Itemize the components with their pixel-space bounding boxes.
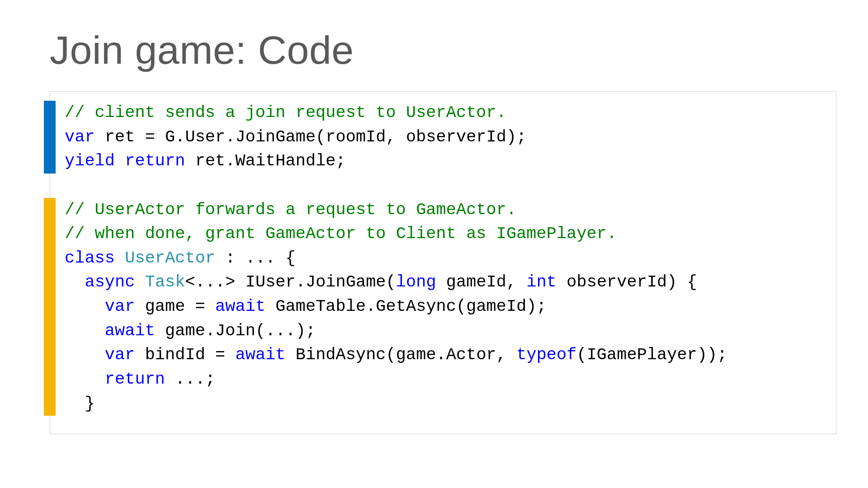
code-text: <...> IUser.JoinGame( — [185, 272, 396, 291]
code-text: (IGamePlayer)); — [576, 345, 727, 364]
code-blank-line — [50, 174, 822, 198]
code-block-client: // client sends a join request to UserAc… — [50, 101, 822, 174]
code-line: // when done, grant GameActor to Client … — [50, 222, 822, 246]
code-keyword: var — [65, 127, 95, 146]
code-indent — [65, 297, 105, 316]
code-comment: // UserActor forwards a request to GameA… — [65, 200, 516, 219]
code-keyword: async — [85, 272, 135, 291]
code-text: gameId, — [436, 272, 527, 291]
code-text: observerId) { — [557, 272, 697, 291]
code-keyword: await — [105, 321, 155, 340]
code-keyword: yield — [65, 151, 115, 170]
code-text: game = — [135, 297, 215, 316]
code-line: yield return ret.WaitHandle; — [50, 149, 822, 174]
code-keyword: await — [236, 345, 286, 364]
code-indent — [65, 272, 85, 291]
code-keyword: long — [396, 272, 436, 291]
code-comment: // client sends a join request to UserAc… — [65, 103, 506, 122]
code-line: var ret = G.User.JoinGame(roomId, observ… — [50, 125, 822, 150]
code-line: } — [50, 392, 822, 416]
code-line: class UserActor : ... { — [50, 246, 822, 271]
code-keyword: return — [125, 151, 185, 170]
slide: Join game: Code // client sends a join r… — [0, 0, 868, 488]
code-block-useractor: // UserActor forwards a request to GameA… — [50, 198, 822, 416]
code-line: await game.Join(...); — [50, 319, 822, 343]
code-keyword: var — [105, 297, 135, 316]
code-text: ...; — [165, 370, 215, 389]
code-indent — [65, 321, 105, 340]
code-type: Task — [145, 272, 185, 291]
code-keyword: await — [215, 297, 265, 316]
code-type: UserActor — [125, 249, 215, 267]
code-comment: // when done, grant GameActor to Client … — [65, 224, 617, 243]
code-text: game.Join(...); — [155, 321, 316, 340]
code-text: ret = G.User.JoinGame(roomId, observerId… — [95, 127, 527, 146]
code-text: BindAsync(game.Actor, — [286, 345, 517, 364]
code-text: } — [65, 394, 95, 413]
code-line: // UserActor forwards a request to GameA… — [50, 198, 822, 222]
code-indent — [65, 370, 105, 389]
code-line: // client sends a join request to UserAc… — [50, 101, 822, 125]
code-text: bindId = — [135, 345, 235, 364]
code-text: GameTable.GetAsync(gameId); — [265, 297, 547, 316]
code-text: ret.WaitHandle; — [185, 151, 345, 170]
code-indent — [65, 345, 105, 364]
code-line: async Task<...> IUser.JoinGame(long game… — [50, 270, 822, 295]
code-keyword: var — [105, 345, 135, 364]
code-keyword: typeof — [516, 345, 576, 364]
code-keyword: class — [65, 249, 115, 267]
code-keyword: return — [105, 370, 165, 389]
code-keyword: int — [526, 272, 557, 291]
code-line: var bindId = await BindAsync(game.Actor,… — [50, 343, 822, 367]
code-box: // client sends a join request to UserAc… — [50, 91, 836, 434]
slide-title: Join game: Code — [50, 27, 836, 73]
code-text: : ... { — [215, 249, 296, 267]
code-line: return ...; — [50, 367, 822, 392]
code-line: var game = await GameTable.GetAsync(game… — [50, 295, 822, 319]
